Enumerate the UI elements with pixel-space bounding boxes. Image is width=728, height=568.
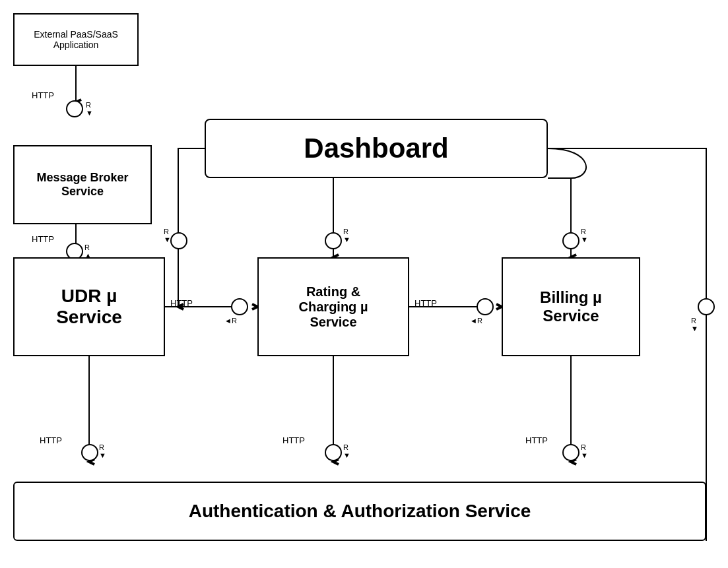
r-label-udr-auth: R▼ [99, 443, 106, 459]
circle-udr-rating [231, 298, 248, 315]
http-label-rating-billing: HTTP [414, 298, 437, 308]
auth-label: Authentication & Authorization Service [189, 501, 531, 522]
http-label-udr-rating: HTTP [170, 298, 193, 308]
external-paas-box: External PaaS/SaaSApplication [13, 13, 139, 66]
r-label-rating-auth: R▼ [343, 443, 350, 459]
circle-rating-billing [477, 298, 494, 315]
r-label-dashboard-rating: R▼ [343, 228, 350, 243]
dashboard-box: Dashboard [205, 119, 548, 178]
http-label-ext-mbs: HTTP [32, 90, 54, 100]
circle-outer-right [698, 298, 715, 315]
circle-ext-mbs [66, 100, 83, 117]
http-label-udr-auth: HTTP [40, 435, 62, 445]
http-label-billing-auth: HTTP [525, 435, 548, 445]
dashboard-label: Dashboard [304, 133, 448, 164]
circle-dashboard-billing [562, 232, 579, 249]
billing-label: Billing µService [540, 288, 602, 325]
circle-billing-auth [562, 444, 579, 461]
http-label-rating-auth: HTTP [282, 435, 305, 445]
external-paas-label: External PaaS/SaaSApplication [34, 29, 118, 50]
http-label-mbs-udr: HTTP [32, 234, 54, 244]
circle-udr-auth [81, 444, 98, 461]
r-label-udr-rating: ◄R [224, 317, 237, 325]
rating-label: Rating &Charging µService [299, 284, 368, 330]
circle-dashboard-udr [170, 232, 187, 249]
r-label-dashboard-udr: R▼ [164, 228, 171, 243]
circle-rating-auth [325, 444, 342, 461]
r-label-rating-billing: ◄R [470, 317, 482, 325]
udr-box: UDR µService [13, 257, 165, 356]
mbs-label: Message BrokerService [36, 171, 128, 199]
rating-box: Rating &Charging µService [257, 257, 409, 356]
r-label-billing-auth: R▼ [581, 443, 588, 459]
architecture-diagram: External PaaS/SaaSApplication HTTP R▼ Me… [0, 0, 728, 568]
r-label-outer-right: R▼ [691, 317, 698, 332]
auth-box: Authentication & Authorization Service [13, 482, 706, 541]
r-label-ext-mbs: R▼ [86, 101, 93, 117]
r-label-dashboard-billing: R▼ [581, 228, 588, 243]
circle-dashboard-rating [325, 232, 342, 249]
billing-box: Billing µService [502, 257, 640, 356]
message-broker-box: Message BrokerService [13, 145, 152, 224]
udr-label: UDR µService [56, 286, 122, 328]
